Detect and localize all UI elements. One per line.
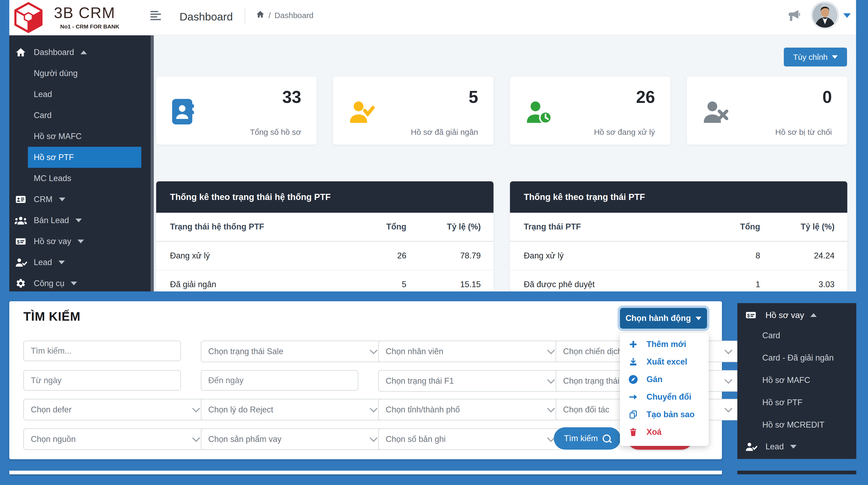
flyout-item-card[interactable]: Card xyxy=(737,324,856,347)
compass-icon xyxy=(620,374,647,384)
source-select[interactable]: Chọn nguồn xyxy=(23,428,208,450)
caret-down-icon xyxy=(832,55,838,59)
flyout-item-card-da-giai-ngan[interactable]: Card - Đã giải ngân xyxy=(737,347,856,369)
menu-item-them-moi[interactable]: Thêm mới xyxy=(620,336,709,353)
chevron-down-icon xyxy=(59,198,65,201)
chevron-up-icon xyxy=(810,313,817,317)
f1-status-select[interactable]: Chọn trạng thái F1 xyxy=(378,370,562,392)
chevron-up-icon xyxy=(81,51,87,54)
sidebar-item-mc-leads[interactable]: MC Leads xyxy=(9,168,151,189)
stat-value: 0 xyxy=(822,87,832,107)
home-icon xyxy=(13,47,28,58)
header-divider xyxy=(245,7,245,24)
search-button[interactable]: Tìm kiếm xyxy=(554,427,621,450)
sidebar-item-dashboard[interactable]: Dashboard xyxy=(9,42,151,63)
table-header-row: Trạng thái PTF Tổng Tỷ lệ (%) xyxy=(510,213,847,242)
stat-value: 33 xyxy=(282,87,301,107)
flyout-item-ho-so-mafc[interactable]: Hồ sơ MAFC xyxy=(737,369,856,391)
trash-icon xyxy=(620,428,647,437)
table-header-row: Trạng thái hệ thống PTF Tổng Tỷ lệ (%) xyxy=(156,213,494,242)
sidebar-item-crm[interactable]: CRM xyxy=(9,189,151,210)
caret-down-icon xyxy=(695,317,702,320)
user-check-icon xyxy=(13,257,28,268)
search-panel-title: TÌM KIẾM xyxy=(23,309,81,323)
cube-logo-icon xyxy=(14,2,43,34)
table-row[interactable]: Đã được phê duyệt 1 3.03 xyxy=(510,270,847,291)
sidebar-toggle-icon[interactable] xyxy=(150,11,162,21)
sale-status-select[interactable]: Chọn trạng thái Sale xyxy=(201,341,385,362)
sidebar-item-ho-so-mafc[interactable]: Hồ sơ MAFC xyxy=(9,126,151,147)
table-row[interactable]: Đang xử lý 8 24.24 xyxy=(510,242,847,270)
flyout-item-lead[interactable]: Lead xyxy=(737,436,856,457)
flyout-item-ho-so-vay[interactable]: $ Hồ sơ vay xyxy=(737,306,856,324)
table-ptf-status: Thống kê theo trạng thái PTF Trạng thái … xyxy=(510,181,847,291)
avatar[interactable] xyxy=(811,1,839,29)
reject-reason-select[interactable]: Chọn lý do Reject xyxy=(201,399,385,420)
screen: 3B CRM No1 - CRM FOR BANK Dashboard / Da… xyxy=(0,0,868,485)
sidebar-item-card[interactable]: Card xyxy=(9,105,151,126)
sidebar-item-label: Dashboard xyxy=(34,48,74,57)
to-date-input[interactable] xyxy=(201,370,358,391)
user-clock-icon xyxy=(525,98,553,126)
sidebar-item-lead-group[interactable]: Lead xyxy=(9,252,151,273)
action-dropdown-button[interactable]: Chọn hành động xyxy=(620,308,707,329)
user-times-icon xyxy=(702,98,730,126)
employee-select[interactable]: Chọn nhân viên xyxy=(378,341,562,362)
user-check-icon xyxy=(743,441,758,452)
stat-label: Hồ sơ đang xử lý xyxy=(567,126,655,138)
svg-text:$: $ xyxy=(17,239,20,245)
breadcrumb-current: Dashboard xyxy=(274,11,313,20)
brand-logo[interactable]: 3B CRM No1 - CRM FOR BANK xyxy=(9,0,144,35)
menu-item-xuat-excel[interactable]: Xuất excel xyxy=(620,353,709,371)
search-icon xyxy=(603,434,611,443)
app-top-section: 3B CRM No1 - CRM FOR BANK Dashboard / Da… xyxy=(9,0,856,291)
search-input[interactable] xyxy=(23,341,181,361)
menu-item-gan[interactable]: Gán xyxy=(620,371,709,388)
province-select[interactable]: Chọn tỉnh/thành phố xyxy=(378,399,562,420)
flyout-item-ho-so-ptf[interactable]: Hồ sơ PTF xyxy=(737,391,856,414)
loan-product-select[interactable]: Chọn sản phẩm vay xyxy=(201,428,385,450)
sidebar-item-ban-lead[interactable]: Bán Lead xyxy=(9,210,151,231)
home-icon[interactable] xyxy=(256,10,265,21)
money-check-icon: $ xyxy=(743,310,758,320)
stat-label: Hồ sơ đã giải ngân xyxy=(391,126,478,138)
logo-subtitle: No1 - CRM FOR BANK xyxy=(54,23,126,30)
sidebar-item-nguoi-dung[interactable]: Người dùng xyxy=(9,63,151,84)
stat-value: 26 xyxy=(636,87,655,107)
breadcrumb: / Dashboard xyxy=(256,10,313,21)
menu-item-xoa[interactable]: Xoá xyxy=(620,423,709,441)
logo-title: 3B CRM xyxy=(54,4,115,22)
sidebar-scrollbar[interactable] xyxy=(151,35,154,291)
copy-icon xyxy=(620,410,647,419)
from-date-input[interactable] xyxy=(23,370,181,391)
stat-card-processing: 26 Hồ sơ đang xử lý xyxy=(510,77,671,145)
menu-item-tao-ban-sao[interactable]: Tạo bản sao xyxy=(620,406,709,423)
sidebar-item-ho-so-vay[interactable]: $ Hồ sơ vay xyxy=(9,231,151,252)
address-book-icon xyxy=(171,98,194,126)
sidebar-item-ho-so-ptf-active[interactable]: Hồ sơ PTF xyxy=(28,147,141,168)
user-check-icon xyxy=(348,98,376,126)
defer-select[interactable]: Chọn defer xyxy=(23,399,208,420)
sidebar-item-lead[interactable]: Lead xyxy=(9,84,151,105)
table-row[interactable]: Đang xử lý 26 78.79 xyxy=(156,242,494,270)
download-icon xyxy=(620,357,647,367)
next-panel-edge xyxy=(9,470,722,474)
flyout-item-ho-so-mcredit[interactable]: Hồ sơ MCREDIT xyxy=(737,414,856,436)
sidebar-item-cong-cu[interactable]: Công cụ xyxy=(9,273,151,291)
user-menu-caret-icon[interactable] xyxy=(843,13,851,18)
arrow-right-icon xyxy=(620,392,647,402)
stat-label: Tổng số hồ sơ xyxy=(214,126,301,138)
megaphone-icon[interactable] xyxy=(786,9,801,24)
table-row[interactable]: Đã giải ngân 5 15.15 xyxy=(156,270,494,291)
breadcrumb-separator: / xyxy=(269,11,271,20)
id-card-icon xyxy=(13,194,28,205)
record-count-select[interactable]: Chọn số bản ghi xyxy=(378,428,562,450)
customize-button[interactable]: Tùy chỉnh xyxy=(784,48,847,66)
top-header: 3B CRM No1 - CRM FOR BANK Dashboard / Da… xyxy=(9,0,856,35)
svg-text:$: $ xyxy=(747,313,750,318)
stat-card-disbursed: 5 Hồ sơ đã giải ngân xyxy=(333,77,494,145)
users-icon xyxy=(13,215,28,226)
table-title: Thống kê theo trạng thái hệ thống PTF xyxy=(156,181,494,213)
next-flyout-edge xyxy=(737,470,856,474)
menu-item-chuyen-doi[interactable]: Chuyển đổi xyxy=(620,388,709,406)
